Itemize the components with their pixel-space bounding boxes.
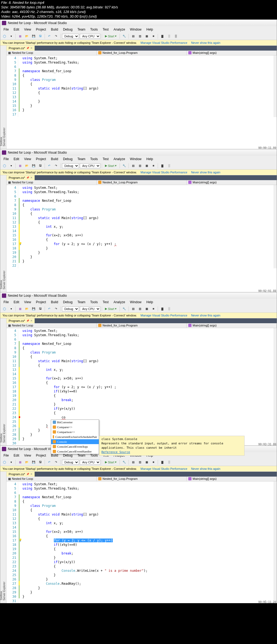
never-show-link[interactable]: Never show this again (191, 467, 220, 470)
menu-test[interactable]: Test (101, 156, 111, 162)
menu-debug[interactable]: Debug (61, 299, 75, 305)
platform-select[interactable]: Any CPU (80, 306, 100, 311)
start-button[interactable]: ▶ Start ▾ (103, 34, 118, 38)
toolbar-button[interactable]: ▦ (144, 33, 150, 39)
menu-view[interactable]: View (22, 453, 33, 458)
menu-edit[interactable]: Edit (11, 453, 21, 458)
menu-team[interactable]: Team (75, 299, 87, 305)
class-selector[interactable]: Nested_for_Loop.Program (97, 51, 187, 55)
platform-select[interactable]: Any CPU (80, 460, 100, 465)
file-tab[interactable]: Program.cs*📌✕ (6, 46, 35, 51)
never-show-link[interactable]: Never show this again (191, 41, 220, 44)
menu-help[interactable]: Help (144, 299, 155, 305)
menu-analyze[interactable]: Analyze (111, 27, 127, 32)
toolbar-button[interactable]: ▤ (130, 33, 136, 39)
menu-test[interactable]: Test (101, 27, 111, 32)
menu-debug[interactable]: Debug (61, 27, 75, 32)
menu-build[interactable]: Build (49, 156, 60, 162)
menu-file[interactable]: File (1, 299, 11, 305)
menu-build[interactable]: Build (49, 27, 60, 32)
server-explorer-tab[interactable]: Server Explorer (3, 319, 6, 443)
never-show-link[interactable]: Never show this again (191, 314, 220, 317)
config-select[interactable]: Debug (62, 306, 79, 311)
toolbar-button[interactable]: ▥ (137, 33, 143, 39)
toolbox-tab[interactable]: Toolbox (0, 47, 3, 146)
menu-edit[interactable]: Edit (11, 27, 21, 32)
toolbar-button[interactable]: ◾ (150, 33, 156, 39)
intelli-item[interactable]: ConcurrentExclusiveSchedulerPair (51, 434, 99, 439)
scope-selector[interactable]: ▦ Nested for Loop (6, 51, 97, 55)
file-tab[interactable]: Program.cs*📌✕ (6, 472, 35, 477)
toolbox-tab[interactable]: Toolbox (0, 176, 3, 289)
menu-window[interactable]: Window (128, 299, 144, 305)
class-selector[interactable]: Nested_for_Loop.Program (97, 180, 187, 185)
menu-file[interactable]: File (1, 27, 11, 32)
menu-project[interactable]: Project (34, 299, 48, 305)
scope-selector[interactable]: ▦ Nested for Loop (6, 477, 97, 481)
close-icon[interactable]: ✕ (30, 319, 32, 322)
intelli-item[interactable]: ConsoleCancelEventHandler (51, 449, 99, 454)
menu-edit[interactable]: Edit (11, 299, 21, 305)
menu-file[interactable]: File (1, 453, 11, 458)
menu-file[interactable]: File (1, 156, 11, 162)
menu-tools[interactable]: Tools (88, 156, 100, 162)
forward-button[interactable]: ▾ (8, 33, 14, 39)
file-tab[interactable]: Program.cs*📌✕ (6, 318, 35, 323)
config-select[interactable]: Debug (62, 163, 79, 168)
menu-test[interactable]: Test (101, 299, 111, 305)
reference-source-link[interactable]: Reference Source (101, 450, 242, 454)
pin-icon[interactable]: 📌 (26, 319, 29, 322)
code-editor[interactable]: using System.Text; using System.Threadin… (21, 185, 273, 268)
platform-select[interactable]: Any CPU (80, 34, 100, 39)
menu-analyze[interactable]: Analyze (111, 299, 127, 305)
save-all-button[interactable]: 🖫 (37, 33, 43, 39)
manage-perf-link[interactable]: Manage Visual Studio Performance (141, 467, 187, 470)
menu-debug[interactable]: Debug (61, 156, 75, 162)
menu-team[interactable]: Team (75, 156, 87, 162)
menu-bar[interactable]: FileEditViewProjectBuildDebugTeamToolsTe… (0, 26, 277, 33)
toolbar-button[interactable]: ░ (166, 33, 172, 39)
intellisense-popup[interactable]: BitConverter Comparer<> Comparison<> Con… (51, 420, 99, 454)
config-select[interactable]: Debug (62, 34, 79, 39)
menu-window[interactable]: Window (128, 156, 144, 162)
back-button[interactable]: ◯ (1, 163, 7, 169)
start-button[interactable]: ▶ Start ▾ (103, 307, 118, 311)
new-project-button[interactable]: ▦ (17, 33, 23, 39)
method-selector[interactable]: Main(string[] args) (187, 51, 277, 55)
scroll-map[interactable] (273, 55, 277, 117)
class-selector[interactable]: Nested_for_Loop.Program (97, 477, 187, 481)
toolbox-tab[interactable]: Toolbox (0, 473, 3, 600)
start-button[interactable]: ▶ Start ▾ (103, 460, 118, 464)
menu-view[interactable]: View (22, 156, 33, 162)
toolbox-tab[interactable]: Toolbox (0, 319, 3, 443)
intelli-item[interactable]: Comparer<> (51, 425, 99, 430)
method-selector[interactable]: Main(string[] args) (187, 477, 277, 481)
menu-analyze[interactable]: Analyze (111, 156, 127, 162)
manage-perf-link[interactable]: Manage Visual Studio Performance (141, 314, 187, 317)
toolbar-button[interactable]: ▒ (173, 33, 179, 39)
error-icon[interactable]: ● (19, 415, 20, 418)
intelli-item[interactable]: Comparison<> (51, 430, 99, 434)
scroll-map[interactable] (273, 185, 277, 268)
pin-icon[interactable]: 📌 (26, 47, 29, 49)
save-button[interactable]: 💾 (31, 33, 37, 39)
start-button[interactable]: ▶ Start ▾ (103, 164, 118, 167)
code-editor[interactable]: using System.Text; using System.Threadin… (21, 481, 273, 603)
menu-view[interactable]: View (22, 27, 33, 32)
class-selector[interactable]: Nested_for_Loop.Program (97, 323, 187, 328)
menu-edit[interactable]: Edit (11, 156, 21, 162)
platform-select[interactable]: Any CPU (80, 163, 100, 168)
menu-bar[interactable]: FileEditViewProjectBuildDebugTeamToolsTe… (0, 299, 277, 305)
close-icon[interactable]: ✕ (30, 47, 32, 49)
method-selector[interactable]: Main(string[] args) (187, 323, 277, 328)
menu-build[interactable]: Build (49, 299, 60, 305)
code-editor[interactable]: using System.Text; using System.Threadin… (21, 55, 273, 117)
back-button[interactable]: ◯ (1, 33, 7, 39)
scope-selector[interactable]: ▦ Nested for Loop (6, 180, 97, 185)
method-selector[interactable]: Main(string[] args) (187, 180, 277, 185)
server-explorer-tab[interactable]: Server Explorer (3, 473, 6, 600)
scope-selector[interactable]: ▦ Nested for Loop (6, 323, 97, 328)
server-explorer-tab[interactable]: Server Explorer (3, 176, 6, 289)
close-icon[interactable]: ✕ (30, 176, 32, 179)
menu-team[interactable]: Team (75, 27, 87, 32)
